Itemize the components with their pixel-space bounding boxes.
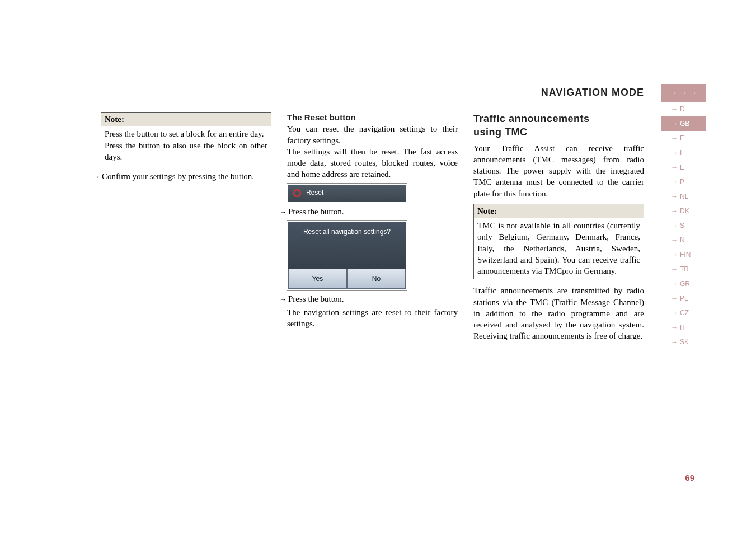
arrow-icon: →: [671, 134, 678, 142]
lang-tab-s: →S: [661, 218, 706, 233]
confirm-step-a: Confirm your settings by pressing the: [102, 172, 231, 181]
tmc-p1: Your Traffic Assist can receive traffic …: [473, 143, 644, 199]
lang-tab-sk: →SK: [661, 335, 706, 349]
svg-point-0: [294, 190, 300, 196]
lang-tab-f: →F: [661, 131, 706, 146]
arrow-icon: →: [671, 251, 678, 259]
reset-heading: The Reset button: [287, 112, 458, 123]
arrow-icon: →: [671, 105, 678, 113]
note-line-1b: button to set a block for an entire day.: [137, 129, 264, 138]
dialog-no-button: No: [347, 269, 406, 289]
arrow-icon: →: [671, 309, 678, 317]
reset-p1: You can reset the navigation settings to…: [287, 123, 458, 146]
note-heading: Note:: [101, 113, 271, 126]
column-3: Traffic announcements using TMC Your Tra…: [473, 112, 644, 342]
page-header-title: NAVIGATION MODE: [541, 87, 644, 99]
press-reset-b: button.: [321, 207, 344, 216]
note-line-2: Press the button to also use the block o…: [105, 140, 267, 163]
note-line-1: Press the button to set a block for an e…: [105, 128, 267, 139]
lang-tab-dk: →DK: [661, 204, 706, 218]
tmc-note-box: Note: TMC is not available in all countr…: [473, 204, 644, 280]
dialog-buttons: Yes No: [288, 269, 406, 289]
confirm-dialog: Reset all navigation settings? Yes No: [288, 222, 406, 289]
lang-tab-n: →N: [661, 233, 706, 247]
tmc-note-body: TMC is not available in all countries (c…: [477, 220, 640, 277]
header-arrow-tab: →→→: [661, 84, 706, 102]
arrow-icon: →: [671, 163, 678, 171]
arrow-icon: →: [671, 178, 678, 186]
reset-row-label: Reset: [306, 188, 323, 197]
arrow-icon: →: [671, 265, 678, 273]
reset-p3: The navigation settings are reset to the…: [287, 307, 458, 330]
dialog-yes-button: Yes: [288, 269, 347, 289]
arrow-icon: →: [671, 338, 678, 346]
press-yes-a: Press the: [288, 294, 321, 303]
screenshot-confirm-dialog: Reset all navigation settings? Yes No: [287, 221, 407, 290]
lang-tab-tr: →TR: [661, 262, 706, 277]
arrow-icon: →: [671, 193, 678, 200]
press-yes-b: button.: [321, 294, 344, 303]
lang-tab-i: →I: [661, 146, 706, 160]
tmc-heading-1: Traffic announcements: [473, 112, 644, 125]
arrow-icon: →: [671, 207, 678, 215]
tmc-note-heading: Note:: [474, 204, 644, 218]
lang-tab-d: →D: [661, 102, 706, 116]
confirm-step-b: button.: [231, 172, 254, 181]
language-tabs: →D→GB→F→I→E→P→NL→DK→S→N→FIN→TR→GR→PL→CZ→…: [661, 102, 706, 349]
note-box: Note: Press the button to set a block fo…: [101, 112, 271, 165]
reset-icon: [292, 188, 303, 199]
arrow-icon: →: [671, 236, 678, 244]
screenshot-reset-row: Reset: [287, 184, 407, 203]
arrow-icon: →: [671, 120, 678, 128]
arrow-icon: →: [671, 294, 678, 302]
press-reset-step: →Press the button.: [287, 206, 458, 217]
lang-tab-cz: →CZ: [661, 306, 706, 320]
column-2: The Reset button You can reset the navig…: [287, 112, 458, 342]
arrow-icon: →: [671, 149, 678, 157]
press-yes-step: →Press the button.: [287, 293, 458, 305]
note-line-1a: Press the: [105, 129, 137, 138]
note-line-2a: Press the: [105, 141, 139, 150]
tmc-p2: Traffic announcements are transmitted by…: [473, 285, 644, 341]
confirm-step: →Confirm your settings by pressing the b…: [101, 171, 271, 182]
column-1: Note: Press the button to set a block fo…: [101, 112, 271, 342]
lang-tab-nl: →NL: [661, 189, 706, 204]
document-page: NAVIGATION MODE →→→ →D→GB→F→I→E→P→NL→DK→…: [0, 0, 756, 534]
press-reset-a: Press the: [288, 207, 321, 216]
lang-tab-pl: →PL: [661, 291, 706, 306]
lang-tab-p: →P: [661, 175, 706, 189]
arrow-icon: →: [671, 324, 678, 331]
lang-tab-gb: →GB: [661, 116, 706, 131]
reset-p2: The settings will then be reset. The fas…: [287, 146, 458, 180]
page-number: 69: [685, 473, 694, 483]
lang-tab-e: →E: [661, 160, 706, 175]
lang-tab-h: →H: [661, 320, 706, 335]
lang-tab-gr: →GR: [661, 277, 706, 291]
arrow-icon: →: [671, 280, 678, 288]
header-rule: [101, 107, 644, 107]
lang-tab-fin: →FIN: [661, 247, 706, 262]
arrow-icon: →: [671, 222, 678, 229]
content-columns: Note: Press the button to set a block fo…: [101, 112, 644, 342]
reset-row: Reset: [288, 185, 406, 202]
dialog-message: Reset all navigation settings?: [288, 222, 406, 269]
tmc-heading-2: using TMC: [473, 125, 644, 139]
